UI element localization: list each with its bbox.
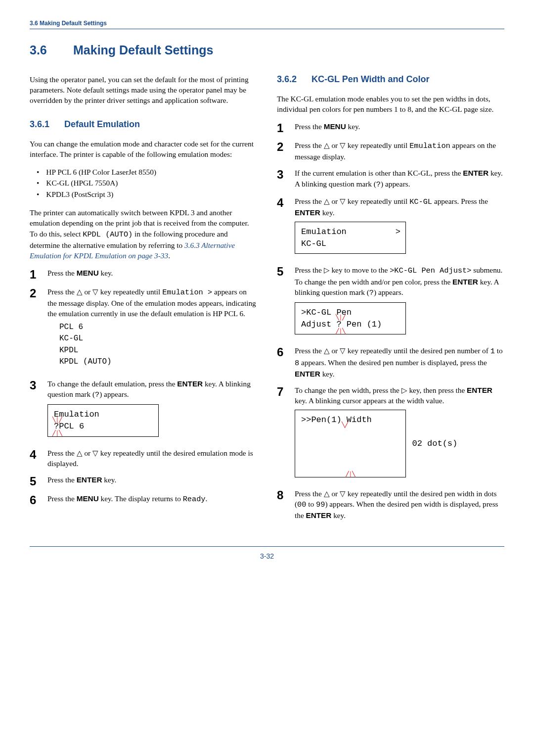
step: 7 To change the pen width, press the ▷ k… xyxy=(277,385,504,482)
display-line: Adjust xyxy=(301,320,336,329)
step: 3 If the current emulation is other than… xyxy=(277,168,504,189)
display-line: ?PCL 6 xyxy=(54,422,84,431)
step-number: 1 xyxy=(30,269,40,281)
step-body: Press the MENU key. xyxy=(295,121,504,132)
title-text: Making Default Settings xyxy=(73,43,213,57)
text: key. xyxy=(99,269,113,277)
inline-code: KC-GL xyxy=(409,197,432,206)
title-number: 3.6 xyxy=(30,43,73,57)
text: ) appears. xyxy=(374,288,403,296)
text: To change the default emulation, press t… xyxy=(47,379,177,388)
footer: 3-32 xyxy=(30,546,504,561)
page-title: 3.6Making Default Settings xyxy=(30,43,504,57)
inline-code: ? xyxy=(95,390,99,399)
inline-code: 1 xyxy=(490,347,495,356)
step-number: 1 xyxy=(277,122,287,134)
key-name: ENTER xyxy=(306,511,332,520)
key-name: ENTER xyxy=(467,386,492,394)
step: 5 Press the ENTER key. xyxy=(30,474,257,487)
text: key. xyxy=(320,370,335,378)
inline-code: KPDL (AUTO) xyxy=(83,230,133,239)
paragraph: The KC-GL emulation mode enables you to … xyxy=(277,94,504,114)
text: To change the pen width, press the ▷ key… xyxy=(295,386,467,394)
inline-code: 99 xyxy=(316,500,325,509)
step-body: Press the △ or ▽ key repeatedly until th… xyxy=(295,345,504,378)
key-name: ENTER xyxy=(77,475,102,484)
text: to xyxy=(495,346,503,355)
step-body: Press the △ or ▽ key repeatedly until KC… xyxy=(295,196,504,259)
cursor-char: ? xyxy=(336,320,341,329)
display-line: dot(s) xyxy=(422,439,457,448)
cursor-char: 02 xyxy=(412,439,422,448)
step: 3 To change the default emulation, press… xyxy=(30,378,257,442)
steps-container: 1 Press the MENU key. 2 Press the △ or ▽… xyxy=(30,268,257,512)
display-panel: >KC-GL Pen ╲│╱ Adjust ? Pen (1) ╱│╲ xyxy=(295,302,406,335)
step-body: To change the pen width, press the ▷ key… xyxy=(295,385,504,482)
text: Press the △ or ▽ key repeatedly until xyxy=(295,197,409,205)
cursor-up-arrow-icon: ╱│╲ xyxy=(52,430,62,437)
text: Press the △ or ▽ key repeatedly until xyxy=(47,287,162,296)
cursor-up-arrow-icon: ╱│╲ xyxy=(336,328,346,335)
text: key. xyxy=(320,208,335,217)
key-name: MENU xyxy=(77,494,99,503)
step-body: Press the ▷ key to move to the >KC-GL Pe… xyxy=(295,265,504,339)
display-line: Emulation xyxy=(301,227,347,236)
cursor-up-arrow-icon: ╱│╲ xyxy=(346,471,356,478)
display-panel: Emulation> KC-GL xyxy=(295,222,406,254)
text: key. xyxy=(346,122,360,131)
subsection-number: 3.6.1 xyxy=(30,119,64,130)
left-column: Using the operator panel, you can set th… xyxy=(30,74,257,526)
step-body: If the current emulation is other than K… xyxy=(295,168,504,189)
gt-icon: > xyxy=(396,226,400,238)
step-number: 7 xyxy=(277,386,287,398)
step-body: Press the △ or ▽ key repeatedly until th… xyxy=(47,448,257,469)
inline-code: ? xyxy=(369,288,374,297)
display-panel: Emulation ╲│╱ ?PCL 6 ╱│╲ xyxy=(47,404,159,437)
step: 4 Press the △ or ▽ key repeatedly until … xyxy=(277,196,504,259)
step-number: 5 xyxy=(30,475,40,487)
key-name: MENU xyxy=(77,269,99,277)
inline-code: ? xyxy=(376,180,381,189)
display-line: KC-GL xyxy=(301,238,400,250)
step-body: Press the MENU key. The display returns … xyxy=(47,493,257,505)
paragraph: The printer can automatically switch bet… xyxy=(30,207,257,261)
intro-paragraph: Using the operator panel, you can set th… xyxy=(30,74,257,105)
breadcrumb: 3.6 Making Default Settings xyxy=(30,20,504,29)
display-line: >>Pen(1) Width xyxy=(301,415,372,425)
step: 5 Press the ▷ key to move to the >KC-GL … xyxy=(277,265,504,339)
step-number: 2 xyxy=(277,141,287,153)
step: 1 Press the MENU key. xyxy=(277,121,504,134)
step-body: Press the △ or ▽ key repeatedly until Em… xyxy=(295,140,504,162)
inline-code: >KC-GL Pen Adjust> xyxy=(390,266,471,275)
text: . xyxy=(168,251,170,260)
right-column: 3.6.2KC-GL Pen Width and Color The KC-GL… xyxy=(277,74,504,526)
step-number: 8 xyxy=(277,489,287,501)
display-panel: >>Pen(1) Width ╲╱ 02 dot(s) ╱│╲ xyxy=(295,410,406,477)
step-number: 4 xyxy=(277,197,287,209)
subsection-title: 3.6.2KC-GL Pen Width and Color xyxy=(277,74,504,85)
step-number: 3 xyxy=(30,379,40,391)
text: Press the ▷ key to move to the xyxy=(295,266,390,274)
subsection-number: 3.6.2 xyxy=(277,74,312,85)
step-number: 6 xyxy=(30,494,40,506)
step-number: 5 xyxy=(277,266,287,278)
display-line xyxy=(372,439,412,448)
text: key. A blinking cursor appears at the wi… xyxy=(295,396,444,405)
step-number: 2 xyxy=(30,287,40,299)
code-block: PCL 6 KC-GL KPDL KPDL (AUTO) xyxy=(59,322,257,368)
step: 2 Press the △ or ▽ key repeatedly until … xyxy=(277,140,504,162)
step: 1 Press the MENU key. xyxy=(30,268,257,281)
text: key. The display returns to xyxy=(99,494,183,503)
inline-code: Ready xyxy=(183,495,206,504)
text: key. xyxy=(331,511,346,520)
step: 6 Press the △ or ▽ key repeatedly until … xyxy=(277,345,504,378)
inline-code: Emulation > xyxy=(162,288,212,297)
inline-code: 00 xyxy=(297,500,306,509)
inline-code: 8 xyxy=(295,359,299,368)
step-body: Press the △ or ▽ key repeatedly until th… xyxy=(295,488,504,520)
step: 6 Press the MENU key. The display return… xyxy=(30,493,257,506)
key-name: MENU xyxy=(324,122,346,131)
inline-code: Emulation xyxy=(409,142,450,150)
step: 8 Press the △ or ▽ key repeatedly until … xyxy=(277,488,504,520)
step-body: Press the △ or ▽ key repeatedly until Em… xyxy=(47,286,257,373)
